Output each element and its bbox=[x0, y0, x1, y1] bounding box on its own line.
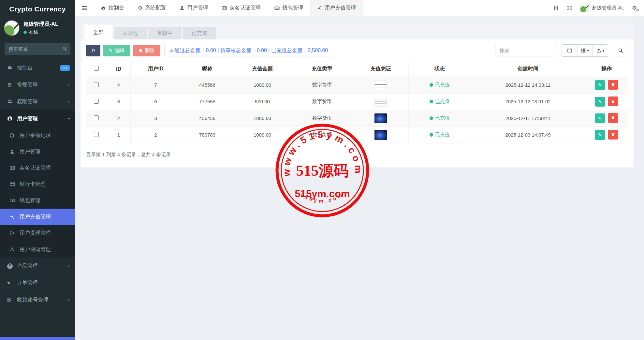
nav-tab-dashboard[interactable]: 控制台 bbox=[94, 0, 131, 16]
sidebar-item-payment-accounts[interactable]: B 收款账号管理 ‹ bbox=[0, 291, 75, 308]
row-delete-button[interactable] bbox=[608, 113, 618, 123]
sidebar-item-general[interactable]: ⚙ 常规管理 ‹ bbox=[0, 76, 75, 93]
voucher-thumbnail[interactable] bbox=[374, 113, 387, 123]
tab-recharged[interactable]: 已充值 bbox=[183, 27, 216, 39]
sidebar-item-dashboard[interactable]: 控制台 hot bbox=[0, 59, 75, 76]
tachometer-icon bbox=[7, 65, 17, 70]
sidebar-item-bank-cards[interactable]: 银行卡管理 bbox=[0, 176, 75, 192]
fullscreen-icon[interactable] bbox=[567, 5, 572, 11]
sidebar: Crypto Currency 超级管理员-AL 在线 控制台 hot ⚙ 常规… bbox=[0, 0, 75, 340]
user-name: 超级管理员-AL bbox=[23, 21, 58, 28]
cell-id: 1 bbox=[107, 126, 130, 143]
header-created: 创建时间 bbox=[471, 62, 585, 77]
hot-badge: hot bbox=[60, 65, 70, 71]
cell-user-id: 6 bbox=[130, 93, 181, 110]
sidebar-item-users[interactable]: 用户管理 bbox=[0, 143, 75, 160]
row-edit-button[interactable]: ✎ bbox=[595, 80, 605, 90]
sidebar-item-label: 实名认证管理 bbox=[20, 165, 51, 171]
row-checkbox[interactable] bbox=[94, 99, 99, 104]
sidebar-item-wallets[interactable]: 钱包管理 bbox=[0, 192, 75, 209]
cell-created: 2025-12-03 14:07:49 bbox=[471, 126, 585, 143]
nav-tab-kyc[interactable]: 实名认证管理 bbox=[215, 0, 268, 16]
table-search-input[interactable] bbox=[495, 45, 557, 56]
row-edit-button[interactable]: ✎ bbox=[595, 130, 605, 140]
cell-nickname: 445566 bbox=[181, 77, 234, 93]
recharge-table: ID 用户ID 昵称 充值金额 充值类型 充值凭证 状态 创建时间 操作 4 7… bbox=[86, 62, 628, 143]
trash-icon bbox=[139, 48, 143, 53]
sign-in-icon bbox=[317, 6, 322, 11]
voucher-thumbnail[interactable] bbox=[374, 80, 387, 90]
sidebar-item-user-management[interactable]: 用户管理 ‹ bbox=[0, 110, 75, 127]
row-delete-button[interactable] bbox=[608, 130, 618, 140]
table-row: 1 2 789789 1000.00 数字货币 已充值 2025-12-03 1… bbox=[86, 126, 628, 143]
row-checkbox[interactable] bbox=[94, 82, 99, 87]
advanced-search-button[interactable] bbox=[613, 45, 628, 56]
row-delete-button[interactable] bbox=[608, 80, 618, 90]
sidebar-item-products[interactable]: P 产品管理 ‹ bbox=[0, 258, 75, 274]
nav-tab-recharge[interactable]: 用户充值管理 bbox=[310, 0, 363, 16]
refresh-button[interactable] bbox=[86, 45, 100, 56]
sidebar-item-recharge[interactable]: 用户充值管理 bbox=[0, 209, 75, 225]
tab-all[interactable]: 全部 bbox=[84, 25, 112, 39]
sidebar-item-label: 用户提现管理 bbox=[20, 230, 51, 237]
edit-button[interactable]: ✎ 编辑 bbox=[103, 45, 130, 56]
clear-cache-icon[interactable] bbox=[553, 5, 559, 11]
navbar-user-menu[interactable]: 超级管理员-AL bbox=[580, 4, 624, 12]
sidebar-item-label: 钱包管理 bbox=[20, 197, 40, 204]
status-badge: 已充值 bbox=[435, 82, 450, 88]
cell-status: 已充值 bbox=[408, 126, 471, 143]
row-delete-button[interactable] bbox=[608, 96, 618, 106]
table-view-button-group: ▾ ▾ bbox=[562, 44, 608, 57]
caret-down-icon: ▾ bbox=[587, 49, 589, 53]
status-dot-icon bbox=[430, 116, 433, 120]
search-icon bbox=[618, 48, 623, 53]
sidebar-item-notifications[interactable]: ⚓ 用户通知管理 bbox=[0, 241, 75, 258]
cell-type: 数字货币 bbox=[291, 77, 353, 93]
settings-gears-icon[interactable]: ⚙⚙ bbox=[632, 5, 637, 11]
cell-actions: ✎ bbox=[585, 110, 628, 126]
user-icon bbox=[180, 6, 184, 10]
row-checkbox[interactable] bbox=[94, 132, 99, 137]
header-user-id: 用户ID bbox=[130, 62, 181, 77]
sidebar-item-kyc[interactable]: 实名认证管理 bbox=[0, 160, 75, 176]
cell-status: 已充值 bbox=[408, 77, 471, 93]
sidebar-item-orders[interactable]: ♥ 订单管理 bbox=[0, 274, 75, 291]
cell-nickname: 777555 bbox=[181, 93, 234, 110]
nav-tab-wallets[interactable]: 钱包管理 bbox=[268, 0, 310, 16]
menu-toggle-icon[interactable] bbox=[75, 0, 94, 16]
row-edit-button[interactable]: ✎ bbox=[595, 97, 605, 107]
tab-rejected[interactable]: 未通过 bbox=[114, 27, 147, 39]
sidebar-item-permissions[interactable]: 权限管理 ‹ bbox=[0, 93, 75, 110]
cell-amount: 1000.00 bbox=[234, 110, 291, 126]
row-edit-button[interactable]: ✎ bbox=[595, 113, 605, 123]
sidebar-item-withdrawal[interactable]: 用户提现管理 bbox=[0, 225, 75, 241]
nav-tab-label: 系统配置 bbox=[145, 5, 166, 11]
sidebar-item-label: 用户管理 bbox=[20, 148, 40, 155]
id-card-icon bbox=[222, 6, 227, 11]
sidebar-item-balance-records[interactable]: 用户余额记录 bbox=[0, 127, 75, 143]
cell-actions: ✎ bbox=[585, 126, 628, 143]
sidebar-item-label: 常规管理 bbox=[17, 81, 38, 88]
sidebar-item-label: 产品管理 bbox=[17, 263, 38, 270]
voucher-thumbnail[interactable] bbox=[374, 130, 387, 140]
cell-status: 已充值 bbox=[408, 110, 471, 126]
trash-icon bbox=[611, 116, 615, 120]
row-checkbox[interactable] bbox=[94, 115, 99, 120]
export-button[interactable]: ▾ bbox=[593, 45, 608, 56]
tab-pending[interactable]: 审核中 bbox=[148, 27, 182, 39]
nav-tab-system-config[interactable]: ⚙ 系统配置 bbox=[131, 0, 173, 16]
nav-tab-label: 用户充值管理 bbox=[325, 5, 356, 11]
columns-button[interactable]: ▾ bbox=[577, 45, 593, 56]
toggle-view-button[interactable] bbox=[562, 45, 577, 56]
navbar-right: 超级管理员-AL ⚙⚙ bbox=[553, 0, 644, 16]
voucher-thumbnail[interactable] bbox=[374, 97, 387, 107]
cell-type: 数字货币 bbox=[291, 110, 353, 126]
cell-actions: ✎ bbox=[585, 93, 628, 110]
sidebar-search-input[interactable] bbox=[5, 43, 70, 55]
search-icon[interactable] bbox=[62, 46, 67, 51]
avatar bbox=[580, 4, 589, 12]
nav-tab-users[interactable]: 用户管理 bbox=[173, 0, 215, 16]
sidebar-item-label: 用户余额记录 bbox=[20, 132, 51, 139]
delete-button[interactable]: 删除 bbox=[133, 45, 160, 56]
select-all-checkbox[interactable] bbox=[94, 66, 99, 71]
